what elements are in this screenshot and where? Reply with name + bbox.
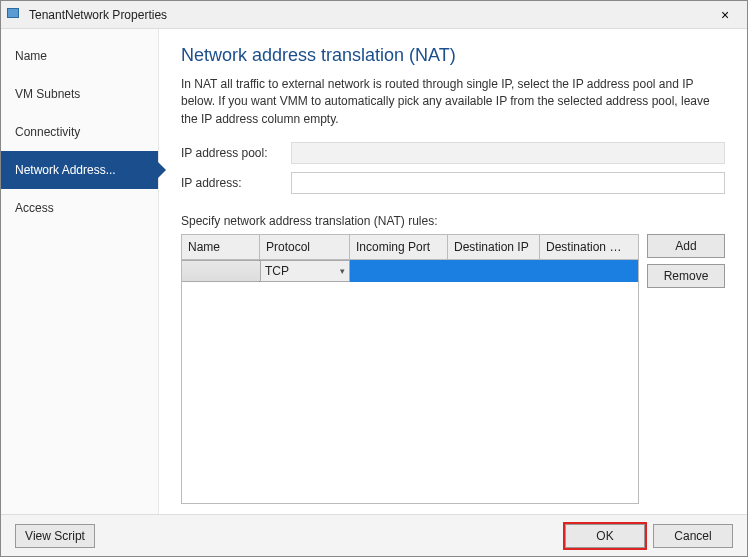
- dialog-content: Name VM Subnets Connectivity Network Add…: [1, 29, 747, 514]
- col-header-incoming-port[interactable]: Incoming Port: [350, 235, 448, 259]
- ip-address-input[interactable]: [291, 172, 725, 194]
- cell-destination-ip[interactable]: [448, 260, 540, 282]
- chevron-down-icon: ▾: [340, 266, 345, 276]
- ip-pool-row: IP address pool:: [181, 142, 725, 164]
- sidebar-item-connectivity[interactable]: Connectivity: [1, 113, 158, 151]
- ip-address-label: IP address:: [181, 176, 291, 190]
- grid-side-buttons: Add Remove: [647, 234, 725, 504]
- col-header-protocol[interactable]: Protocol: [260, 235, 350, 259]
- sidebar-item-network-address[interactable]: Network Address...: [1, 151, 158, 189]
- ip-address-row: IP address:: [181, 172, 725, 194]
- ok-button[interactable]: OK: [565, 524, 645, 548]
- rules-area: Name Protocol Incoming Port Destination …: [181, 234, 725, 504]
- cell-protocol-value: TCP: [265, 264, 289, 278]
- rules-grid[interactable]: Name Protocol Incoming Port Destination …: [181, 234, 639, 504]
- rules-label: Specify network address translation (NAT…: [181, 214, 725, 228]
- close-icon[interactable]: ×: [709, 7, 741, 23]
- main-panel: Network address translation (NAT) In NAT…: [159, 29, 747, 514]
- cancel-button[interactable]: Cancel: [653, 524, 733, 548]
- cell-incoming-port[interactable]: [350, 260, 448, 282]
- cell-protocol-dropdown[interactable]: TCP ▾: [260, 260, 350, 282]
- sidebar-item-name[interactable]: Name: [1, 37, 158, 75]
- app-icon: [7, 7, 23, 23]
- grid-header: Name Protocol Incoming Port Destination …: [182, 235, 638, 260]
- remove-button[interactable]: Remove: [647, 264, 725, 288]
- col-header-name[interactable]: Name: [182, 235, 260, 259]
- window-title: TenantNetwork Properties: [29, 8, 709, 22]
- titlebar: TenantNetwork Properties ×: [1, 1, 747, 29]
- view-script-button[interactable]: View Script: [15, 524, 95, 548]
- col-header-destination-port[interactable]: Destination P...: [540, 235, 628, 259]
- page-description: In NAT all traffic to external network i…: [181, 76, 725, 128]
- footer: View Script OK Cancel: [1, 514, 747, 556]
- page-heading: Network address translation (NAT): [181, 45, 725, 66]
- ip-pool-label: IP address pool:: [181, 146, 291, 160]
- sidebar-item-vm-subnets[interactable]: VM Subnets: [1, 75, 158, 113]
- sidebar: Name VM Subnets Connectivity Network Add…: [1, 29, 159, 514]
- grid-body: TCP ▾: [182, 260, 638, 503]
- cell-destination-port[interactable]: [540, 260, 628, 282]
- add-button[interactable]: Add: [647, 234, 725, 258]
- cell-name[interactable]: [182, 260, 260, 282]
- table-row[interactable]: TCP ▾: [182, 260, 638, 282]
- ip-pool-select[interactable]: [291, 142, 725, 164]
- col-header-destination-ip[interactable]: Destination IP: [448, 235, 540, 259]
- sidebar-item-access[interactable]: Access: [1, 189, 158, 227]
